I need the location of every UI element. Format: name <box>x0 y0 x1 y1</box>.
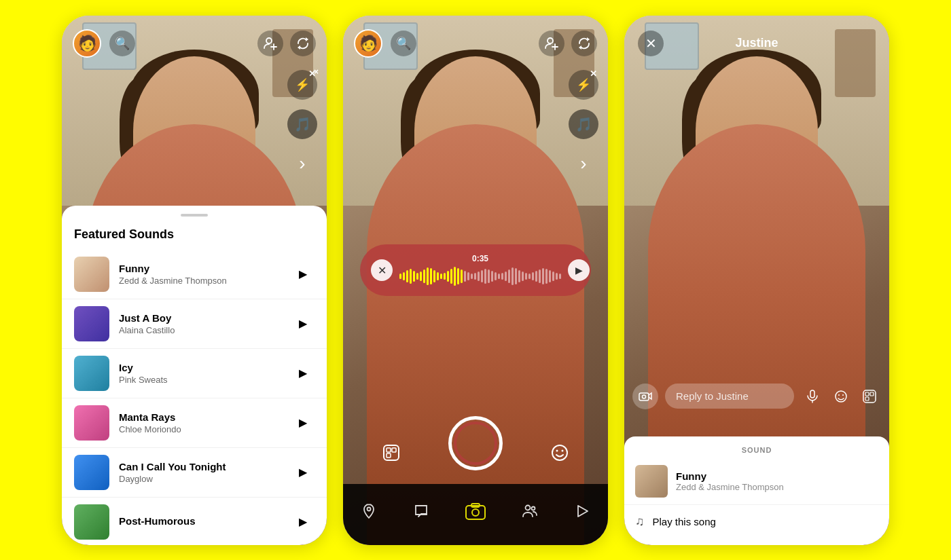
waveform-bars <box>399 266 561 286</box>
reply-input[interactable]: Reply to Justine <box>665 384 794 409</box>
play-button-manta-rays[interactable]: ▶ <box>291 411 315 434</box>
sound-artist: Chloe Moriondo <box>119 424 282 434</box>
sound-info-call-tonight: Can I Call You Tonight Dayglow <box>119 461 282 484</box>
list-item[interactable]: Post-Humorous ▶ <box>62 498 327 545</box>
svg-rect-32 <box>865 392 869 396</box>
camera-bottom-icon[interactable] <box>465 500 486 522</box>
top-bar-right-2 <box>539 31 597 56</box>
rotate-camera-icon[interactable] <box>290 31 316 56</box>
svg-rect-10 <box>384 445 399 460</box>
music-icon[interactable]: 🎵 <box>287 109 317 139</box>
svg-marker-3 <box>306 37 308 41</box>
svg-point-30 <box>842 394 844 396</box>
svg-point-21 <box>526 505 531 510</box>
sound-card: SOUND Funny Zedd & Jasmine Thompson ♫ Pl… <box>624 436 889 545</box>
friends-icon[interactable] <box>522 503 538 519</box>
reply-sticker-icon[interactable] <box>858 385 881 408</box>
play-this-song-label: Play this song <box>653 516 716 527</box>
list-item[interactable]: Just A Boy Alaina Castillo ▶ <box>62 299 327 349</box>
sound-artist: Dayglow <box>119 474 282 484</box>
top-bar-right <box>257 31 316 56</box>
sound-info-just-a-boy: Just A Boy Alaina Castillo <box>119 312 282 335</box>
sound-art-manta-rays <box>74 405 109 441</box>
sound-info-post-humorous: Post-Humorous <box>119 515 282 528</box>
record-button[interactable] <box>448 416 503 470</box>
sound-name: Manta Rays <box>119 411 282 423</box>
svg-point-28 <box>836 391 846 402</box>
reply-camera-icon[interactable] <box>632 384 658 409</box>
svg-marker-8 <box>587 37 590 41</box>
sheet-handle <box>181 214 208 217</box>
sound-name: Funny <box>119 263 282 274</box>
svg-point-15 <box>556 449 558 451</box>
search-icon[interactable]: 🔍 <box>109 31 135 56</box>
sound-card-name: Funny <box>676 470 878 482</box>
music-icon-2[interactable]: 🎵 <box>569 109 598 139</box>
waveform-close-button[interactable]: ✕ <box>371 259 393 281</box>
svg-marker-4 <box>298 45 300 50</box>
reply-emoji-icon[interactable] <box>829 385 853 408</box>
chevron-down-icon[interactable]: › <box>287 149 317 179</box>
play-button-post-humorous[interactable]: ▶ <box>291 510 315 534</box>
svg-rect-12 <box>392 448 396 452</box>
flash-off-icon[interactable]: ⚡ ✕ <box>287 70 317 100</box>
list-item[interactable]: Manta Rays Chloe Moriondo ▶ <box>62 398 327 448</box>
sound-card-item[interactable]: Funny Zedd & Jasmine Thompson <box>624 458 889 505</box>
sound-art-funny <box>74 257 109 292</box>
sound-art-icy <box>74 356 109 391</box>
play-this-song-button[interactable]: ♫ Play this song <box>624 505 889 538</box>
rotate-camera-icon-2[interactable] <box>571 31 597 56</box>
list-item[interactable]: Can I Call You Tonight Dayglow ▶ <box>62 448 327 498</box>
svg-point-16 <box>562 449 564 451</box>
svg-point-14 <box>552 445 567 460</box>
svg-marker-9 <box>579 45 581 50</box>
close-button[interactable]: ✕ <box>638 31 664 56</box>
sound-card-artist: Zedd & Jasmine Thompson <box>676 482 878 492</box>
play-button-just-a-boy[interactable]: ▶ <box>291 312 315 335</box>
add-friend-icon[interactable] <box>257 31 283 56</box>
svg-rect-13 <box>387 453 391 458</box>
sound-info-manta-rays: Manta Rays Chloe Moriondo <box>119 411 282 434</box>
sound-card-info: Funny Zedd & Jasmine Thompson <box>676 470 878 492</box>
right-icons-2: ⚡ ✕ 🎵 › <box>569 70 598 179</box>
reply-right-icons <box>801 385 881 408</box>
svg-point-17 <box>367 507 371 510</box>
sound-artist: Pink Sweats <box>119 375 282 385</box>
svg-marker-23 <box>578 506 588 517</box>
svg-point-25 <box>643 395 646 398</box>
mic-icon[interactable] <box>801 385 824 408</box>
list-item[interactable]: Icy Pink Sweats ▶ <box>62 349 327 398</box>
search-icon-2[interactable]: 🔍 <box>391 31 416 56</box>
chat-icon[interactable] <box>413 503 429 519</box>
sound-art-call-tonight <box>74 455 109 490</box>
play-button-call-tonight[interactable]: ▶ <box>291 461 315 484</box>
flash-off-icon-2[interactable]: ⚡ ✕ <box>569 70 598 100</box>
play-button-funny[interactable]: ▶ <box>291 263 315 286</box>
phone-2: 🧑 🔍 <box>343 16 608 545</box>
sound-info-funny: Funny Zedd & Jasmine Thompson <box>119 263 282 286</box>
waveform-time: 0:35 <box>472 254 488 263</box>
chevron-down-icon-2[interactable]: › <box>569 149 598 179</box>
sound-info-icy: Icy Pink Sweats <box>119 362 282 385</box>
top-bar-2: 🧑 🔍 <box>343 16 608 63</box>
svg-rect-33 <box>870 392 874 396</box>
featured-sounds-title: Featured Sounds <box>62 227 327 250</box>
list-item[interactable]: Funny Zedd & Jasmine Thompson ▶ <box>62 250 327 299</box>
top-bar-1: 🧑 🔍 <box>62 16 327 63</box>
stories-icon[interactable] <box>574 503 590 519</box>
location-icon[interactable] <box>361 503 377 519</box>
avatar-2[interactable]: 🧑 <box>354 29 382 58</box>
svg-rect-11 <box>387 448 391 452</box>
add-friend-icon-2[interactable] <box>539 31 564 56</box>
sticker-icon[interactable] <box>377 438 406 467</box>
sound-card-art <box>635 465 668 498</box>
play-button-icy[interactable]: ▶ <box>291 362 315 385</box>
emoji-icon[interactable] <box>545 438 574 467</box>
waveform-play-button[interactable]: ▶ <box>568 259 590 281</box>
sound-artist: Zedd & Jasmine Thompson <box>119 276 282 286</box>
avatar[interactable]: 🧑 <box>73 29 101 58</box>
svg-rect-24 <box>639 393 649 400</box>
svg-rect-26 <box>810 390 814 398</box>
reply-bar: Reply to Justine <box>624 384 889 409</box>
sound-name: Can I Call You Tonight <box>119 461 282 472</box>
